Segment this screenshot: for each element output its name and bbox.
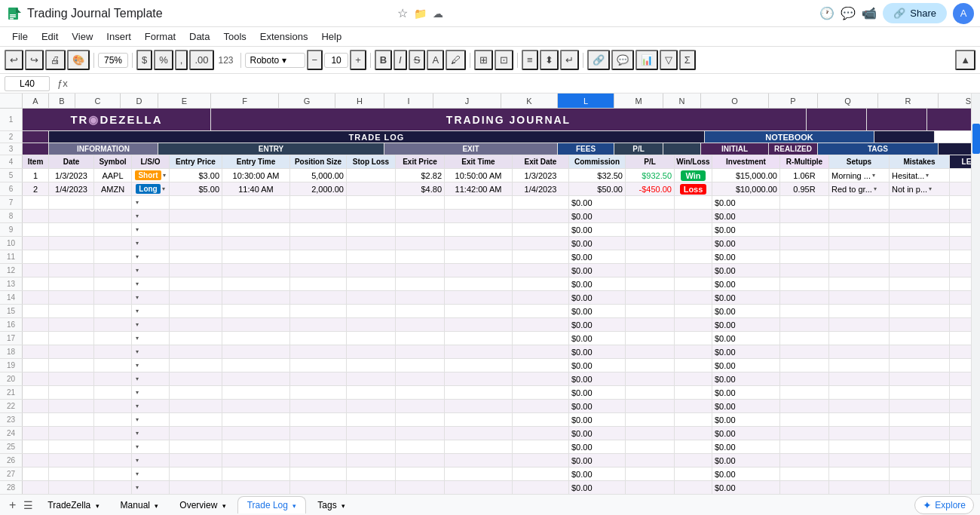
comment-button[interactable]: 💬 <box>611 50 634 70</box>
highlight-color-button[interactable]: 🖊 <box>446 50 466 70</box>
col-n[interactable]: N <box>663 93 701 108</box>
row15-col13 <box>675 305 712 317</box>
row9-col18 <box>950 223 971 236</box>
print-button[interactable]: 🖨 <box>45 50 66 70</box>
menu-insert[interactable]: Insert <box>100 29 137 44</box>
col-h[interactable]: H <box>335 93 384 108</box>
share-button[interactable]: 🔗 Share <box>883 3 947 23</box>
col-k[interactable]: K <box>501 93 558 108</box>
empty-row-27: 27▾$0.00$0.00 <box>0 467 971 481</box>
font-selector[interactable]: Roboto ▾ <box>245 53 305 68</box>
col-r[interactable]: R <box>878 93 939 108</box>
italic-button[interactable]: I <box>394 50 407 70</box>
wrap-button[interactable]: ↵ <box>560 50 579 70</box>
menu-help[interactable]: Help <box>315 29 348 44</box>
row10-col11: $0.00 <box>569 237 626 250</box>
zoom-selector[interactable]: 75% <box>98 53 128 68</box>
cell-ref-input[interactable] <box>5 76 50 91</box>
link-button[interactable]: 🔗 <box>587 50 610 70</box>
col-a[interactable]: A <box>23 93 49 108</box>
logo-cell: TR◉DEZELLA <box>23 109 211 130</box>
col-m[interactable]: M <box>614 93 663 108</box>
trade1-entry-price: $3.00 <box>170 169 222 182</box>
row27-col7 <box>347 467 396 480</box>
header-row-1: 1 TR◉DEZELLA TRADING JOURNAL <box>0 109 971 131</box>
menu-edit[interactable]: Edit <box>35 29 64 44</box>
row14-col6 <box>290 291 347 304</box>
borders-button[interactable]: ⊞ <box>474 50 493 70</box>
row11-col9 <box>445 250 513 263</box>
row13-col8 <box>396 277 445 290</box>
row10-col0 <box>23 237 49 250</box>
add-sheet-button[interactable]: + <box>6 495 19 515</box>
col-e[interactable]: E <box>158 93 211 108</box>
menu-file[interactable]: File <box>6 29 34 44</box>
right-scroll-indicator[interactable] <box>972 124 980 154</box>
grid-scroll[interactable]: 1 TR◉DEZELLA TRADING JOURNAL <box>0 109 971 494</box>
row11-col1 <box>49 250 94 263</box>
menu-data[interactable]: Data <box>183 29 216 44</box>
empty-row-9: 9▾$0.00$0.00 <box>0 223 971 237</box>
explore-label: Explore <box>935 500 966 510</box>
col-f[interactable]: F <box>211 93 279 108</box>
comma-button[interactable]: , <box>175 50 188 70</box>
col-p[interactable]: P <box>769 93 818 108</box>
v-align-button[interactable]: ⬍ <box>540 50 559 70</box>
video-icon[interactable]: 📹 <box>862 6 877 20</box>
col-g[interactable]: G <box>279 93 335 108</box>
menu-extensions[interactable]: Extensions <box>254 29 314 44</box>
currency-button[interactable]: $ <box>136 50 152 70</box>
col-q[interactable]: Q <box>818 93 878 108</box>
paint-format-button[interactable]: 🎨 <box>67 50 90 70</box>
menu-format[interactable]: Format <box>139 29 182 44</box>
row27-col3: ▾ <box>132 467 170 480</box>
h-align-button[interactable]: ≡ <box>522 50 538 70</box>
function-button[interactable]: Σ <box>679 50 696 70</box>
menu-bar: File Edit View Insert Format Data Tools … <box>0 27 980 47</box>
undo-button[interactable]: ↩ <box>5 50 23 70</box>
col-d[interactable]: D <box>121 93 158 108</box>
col-i[interactable]: I <box>384 93 433 108</box>
decimal-button[interactable]: .00 <box>189 50 213 70</box>
history-icon[interactable]: 🕐 <box>819 6 835 20</box>
col-c[interactable]: C <box>75 93 121 108</box>
text-color-button[interactable]: A <box>427 50 444 70</box>
menu-tools[interactable]: Tools <box>217 29 252 44</box>
row25-col1 <box>49 440 94 453</box>
font-size-decrease[interactable]: − <box>307 50 323 70</box>
percent-button[interactable]: % <box>154 50 173 70</box>
merge-button[interactable]: ⊡ <box>495 50 513 70</box>
menu-view[interactable]: View <box>66 29 99 44</box>
chart-button[interactable]: 📊 <box>635 50 658 70</box>
font-size-increase[interactable]: + <box>350 50 366 70</box>
col-b[interactable]: B <box>49 93 75 108</box>
tab-tags[interactable]: Tags ▾ <box>308 496 355 513</box>
collapse-button[interactable]: ▲ <box>955 50 975 70</box>
row26-col0 <box>23 454 49 467</box>
folder-icon[interactable]: 📁 <box>414 8 427 20</box>
tab-tradezella[interactable]: TradeZella ▾ <box>38 496 109 513</box>
tab-manual[interactable]: Manual ▾ <box>111 496 169 513</box>
tab-overview[interactable]: Overview ▾ <box>170 496 235 513</box>
bold-button[interactable]: B <box>375 50 392 70</box>
explore-button[interactable]: ✦ Explore <box>914 496 974 514</box>
strikethrough-button[interactable]: S <box>409 50 426 70</box>
col-l[interactable]: L <box>558 93 614 108</box>
star-icon[interactable]: ☆ <box>397 6 408 20</box>
col-o[interactable]: O <box>701 93 769 108</box>
row19-col17 <box>890 359 950 372</box>
cloud-icon[interactable]: ☁ <box>433 8 443 20</box>
col-j[interactable]: J <box>433 93 501 108</box>
trade1-ls-badge: Short <box>135 170 161 180</box>
row8-col5 <box>222 210 290 222</box>
row27-col5 <box>222 467 290 480</box>
col-winloss: Win/Loss <box>675 155 712 168</box>
formula-input[interactable] <box>75 78 975 89</box>
col-s[interactable]: S <box>939 93 971 108</box>
filter-button[interactable]: ▽ <box>660 50 678 70</box>
comment-icon[interactable]: 💬 <box>841 6 856 20</box>
tab-trade-log[interactable]: Trade Log ▾ <box>237 496 307 513</box>
redo-button[interactable]: ↪ <box>25 50 44 70</box>
font-size-input[interactable]: 10 <box>324 53 348 68</box>
sheet-menu-button[interactable]: ☰ <box>20 496 36 514</box>
